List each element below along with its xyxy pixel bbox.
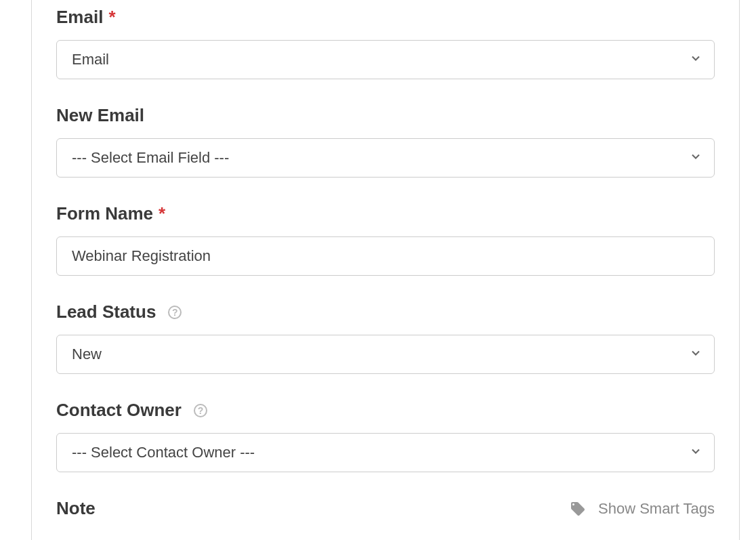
show-smart-tags-button[interactable]: Show Smart Tags: [570, 500, 715, 518]
new-email-label: New Email: [56, 105, 715, 126]
form-name-input[interactable]: [56, 236, 715, 276]
contact-owner-select-wrapper: --- Select Contact Owner ---: [56, 433, 715, 472]
lead-status-label: Lead Status ?: [56, 302, 715, 323]
required-marker: *: [108, 7, 115, 28]
smart-tags-label: Show Smart Tags: [598, 500, 715, 518]
email-field-group: Email * Email: [56, 7, 715, 79]
required-marker: *: [159, 203, 165, 224]
new-email-field-group: New Email --- Select Email Field ---: [56, 105, 715, 178]
new-email-label-text: New Email: [56, 105, 144, 126]
contact-owner-field-group: Contact Owner ? --- Select Contact Owner…: [56, 400, 715, 472]
lead-status-label-text: Lead Status: [56, 302, 156, 323]
email-select[interactable]: Email: [56, 40, 715, 79]
note-label: Note: [56, 498, 96, 519]
email-label-text: Email: [56, 7, 103, 28]
new-email-select[interactable]: --- Select Email Field ---: [56, 138, 715, 178]
email-label: Email *: [56, 7, 715, 28]
email-select-wrapper: Email: [56, 40, 715, 79]
form-container: Email * Email New Email --- Select Email…: [31, 0, 740, 540]
form-name-field-group: Form Name *: [56, 203, 715, 276]
lead-status-select-wrapper: New: [56, 335, 715, 374]
contact-owner-label: Contact Owner ?: [56, 400, 715, 421]
form-name-label-text: Form Name: [56, 203, 153, 224]
lead-status-field-group: Lead Status ? New: [56, 302, 715, 374]
form-name-label: Form Name *: [56, 203, 715, 224]
lead-status-select[interactable]: New: [56, 335, 715, 374]
help-icon[interactable]: ?: [168, 306, 182, 319]
new-email-select-wrapper: --- Select Email Field ---: [56, 138, 715, 178]
note-row: Note Show Smart Tags: [56, 498, 715, 519]
help-icon[interactable]: ?: [194, 404, 207, 417]
contact-owner-select[interactable]: --- Select Contact Owner ---: [56, 433, 715, 472]
contact-owner-label-text: Contact Owner: [56, 400, 182, 421]
tag-icon: [570, 501, 586, 517]
